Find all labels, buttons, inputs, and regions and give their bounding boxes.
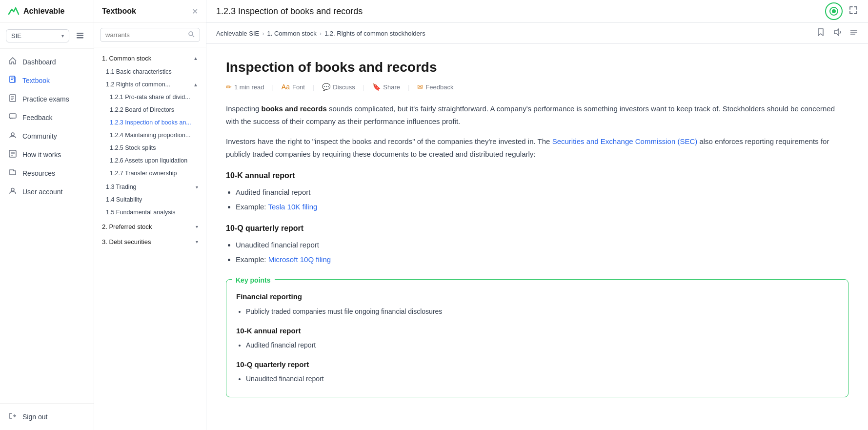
how-it-works-icon [8,150,18,160]
toc-section-2-header[interactable]: 2. Preferred stock ▾ [94,220,206,234]
toc-item-1-2-5[interactable]: 1.2.5 Stock splits [94,142,206,154]
kp-financial-reporting-bullet-1: Publicly traded companies must file ongo… [246,306,838,318]
resources-label: Resources [22,169,55,177]
report-10q-bullet-2: Example: Microsoft 10Q filing [236,253,848,266]
toc-section-3: 3. Debt securities ▾ [94,235,206,249]
sign-out-label: Sign out [22,413,47,421]
feedback-button[interactable]: ✉ Feedback [417,83,453,91]
breadcrumb-actions [816,28,858,39]
toc-item-1-2-4[interactable]: 1.2.4 Maintaining proportion... [94,129,206,142]
toc-section-1-header[interactable]: 1. Common stock ▲ [94,51,206,65]
article-meta: ✏ 1 min read | Aa Font | 💬 Discuss | 🔖 S… [226,83,848,91]
progress-circle-button[interactable] [825,2,843,20]
subject-dropdown[interactable]: SIE ▾ [6,29,69,42]
sidebar-item-community[interactable]: Community [0,127,94,145]
toc-item-1-4[interactable]: 1.4 Suitability [94,193,206,206]
edit-button[interactable]: ✏ 1 min read [226,83,264,91]
svg-point-23 [832,9,836,13]
sidebar-item-feedback[interactable]: Feedback [0,108,94,127]
toc-item-1-2-3[interactable]: 1.2.3 Inspection of books an... [94,116,206,129]
toc-button[interactable] [849,28,858,39]
discuss-icon: 💬 [322,83,330,91]
sec-link[interactable]: Securities and Exchange Commission (SEC) [552,137,698,145]
key-points-label-wrap: Key points [232,279,275,287]
toc-item-1-1[interactable]: 1.1 Basic characteristics [94,65,206,78]
toc-item-1-2-6[interactable]: 1.2.6 Assets upon liquidation [94,154,206,167]
key-points-container: Key points Financial reporting Publicly … [226,279,848,397]
microsoft-link[interactable]: Microsoft 10Q filing [268,255,331,264]
article-title: Inspection of books and records [226,60,848,75]
svg-rect-1 [77,35,83,37]
read-time: 1 min read [234,83,264,91]
chevron-down-icon: ▾ [61,33,64,39]
sidebar-item-how-it-works[interactable]: How it works [0,145,94,164]
nav-bottom: Sign out [0,403,94,430]
search-input[interactable] [105,31,185,39]
svg-point-18 [11,188,14,191]
report-10q-list: Unaudited financial report Example: Micr… [236,239,848,266]
svg-rect-5 [11,79,13,80]
sidebar-item-resources[interactable]: Resources [0,164,94,183]
key-points-content: Financial reporting Publicly traded comp… [226,280,848,397]
report-10k-list: Audited financial report Example: Tesla … [236,186,848,213]
toc-item-1-3[interactable]: 1.3 Trading ▾ [94,181,206,193]
user-account-icon [8,187,18,197]
toc-item-1-2-header[interactable]: 1.2 Rights of common... ▲ [94,78,206,91]
expand-button[interactable] [848,5,858,18]
font-icon: Aa [282,83,290,91]
font-label: Font [292,83,305,91]
toc-section-3-header[interactable]: 3. Debt securities ▾ [94,235,206,249]
kp-10q-list: Unaudited financial report [246,373,838,385]
font-button[interactable]: Aa Font [282,83,305,91]
breadcrumb-sep-2: › [320,30,322,37]
how-it-works-label: How it works [22,151,61,159]
toc-item-1-2-1[interactable]: 1.2.1 Pro-rata share of divid... [94,91,206,103]
logo-icon [8,5,20,18]
header-actions [825,2,858,20]
breadcrumb-common-stock[interactable]: 1. Common stock [267,30,317,37]
search-input-wrap [100,28,200,42]
toc-section-1: 1. Common stock ▲ 1.1 Basic characterist… [94,51,206,219]
layers-button[interactable] [72,28,88,43]
user-account-label: User account [22,188,62,196]
sidebar-item-sign-out[interactable]: Sign out [0,408,94,426]
sidebar-item-dashboard[interactable]: Dashboard [0,53,94,71]
tesla-link[interactable]: Tesla 10K filing [268,203,317,211]
toc-item-1-2-7[interactable]: 1.2.7 Transfer ownership [94,167,206,180]
nav-items: Dashboard Textbook [0,49,94,403]
toc-item-1-5[interactable]: 1.5 Fundamental analysis [94,206,206,219]
svg-point-12 [11,133,14,136]
feedback-icon: ✉ [417,83,423,91]
practice-exams-label: Practice exams [22,95,69,103]
breadcrumb-achievable-sie[interactable]: Achievable SIE [216,30,259,37]
resources-icon [8,168,18,178]
textbook-panel-title: Textbook [102,7,136,16]
textbook-panel: Textbook ✕ 1. Common stock ▲ 1.1 Basic c… [94,0,206,430]
svg-point-20 [189,32,193,36]
feedback-label: Feedback [22,114,52,122]
article-scroll[interactable]: Inspection of books and records ✏ 1 min … [206,44,868,430]
community-label: Community [22,132,57,140]
close-textbook-button[interactable]: ✕ [192,7,198,16]
discuss-button[interactable]: 💬 Discuss [322,83,355,91]
share-button[interactable]: 🔖 Share [372,83,400,91]
breadcrumb-rights[interactable]: 1.2. Rights of common stockholders [324,30,425,37]
key-points-box: Key points Financial reporting Publicly … [226,279,848,397]
sidebar-item-textbook[interactable]: Textbook [0,71,94,90]
toc-item-1-2-label: 1.2 Rights of common... [106,81,170,88]
share-icon: 🔖 [372,83,381,91]
textbook-label: Textbook [22,77,50,84]
sidebar-item-practice-exams[interactable]: Practice exams [0,90,94,108]
subject-label: SIE [11,32,21,40]
report-10k-bullet-1: Audited financial report [236,186,848,199]
toc-item-1-2-2[interactable]: 1.2.2 Board of Directors [94,103,206,116]
bookmark-button[interactable] [816,28,825,39]
subject-selector-row: SIE ▾ [0,23,94,49]
textbook-panel-header: Textbook ✕ [94,0,206,23]
svg-marker-24 [834,29,839,36]
toc-item-1-3-arrow: ▾ [196,184,198,190]
audio-button[interactable] [833,28,842,39]
sidebar-item-user-account[interactable]: User account [0,183,94,201]
breadcrumb-bar: Achievable SIE › 1. Common stock › 1.2. … [206,23,868,44]
kp-10k-list: Audited financial report [246,340,838,351]
